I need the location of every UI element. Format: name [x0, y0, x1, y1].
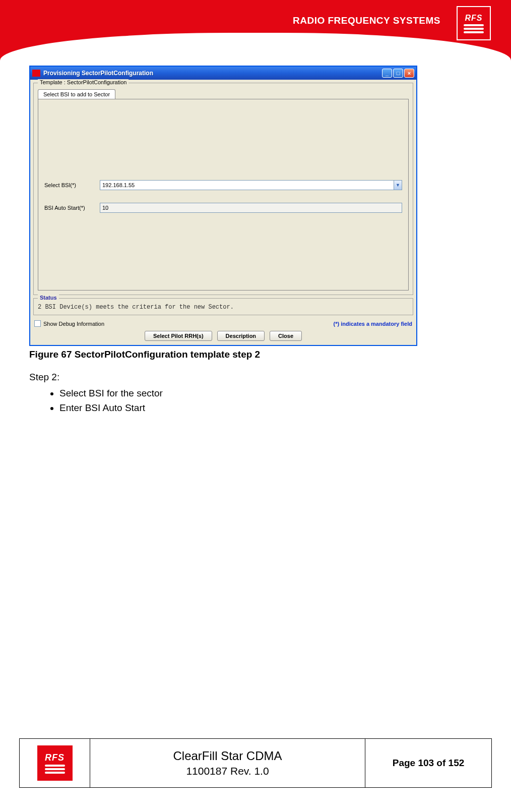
close-dialog-button[interactable]: Close	[270, 331, 302, 341]
rfs-logo: RFS	[457, 6, 491, 40]
app-icon	[32, 70, 40, 77]
mandatory-note: (*) indicates a mandatory field	[334, 321, 412, 327]
label-select-bsi: Select BSI(*)	[44, 182, 100, 188]
logo-wave-icon	[464, 31, 484, 33]
status-text: 2 BSI Device(s) meets the criteria for t…	[38, 304, 409, 311]
footer-page-number: Page 103 of 152	[393, 758, 465, 769]
description-button[interactable]: Description	[217, 331, 265, 341]
row-select-bsi: Select BSI(*) ▼	[44, 180, 402, 190]
logo-wave-icon	[464, 28, 484, 30]
header-brand-text: RADIO FREQUENCY SYSTEMS	[293, 15, 440, 26]
bottom-row: Show Debug Information (*) indicates a m…	[30, 318, 416, 329]
select-pilot-rrh-button[interactable]: Select Pilot RRH(s)	[145, 331, 212, 341]
status-legend: Status	[38, 295, 59, 301]
window-titlebar[interactable]: Provisioning SectorPilotConfiguration _ …	[30, 67, 416, 80]
figure-caption: Figure 67 SectorPilotConfiguration templ…	[29, 349, 482, 360]
show-debug-label: Show Debug Information	[43, 321, 104, 327]
status-fieldset: Status 2 BSI Device(s) meets the criteri…	[33, 298, 413, 315]
footer-center-cell: ClearFill Star CDMA 1100187 Rev. 1.0	[90, 739, 365, 787]
step-heading: Step 2:	[29, 370, 482, 384]
footer-subtitle: 1100187 Rev. 1.0	[186, 765, 269, 777]
show-debug-checkbox[interactable]: Show Debug Information	[34, 320, 104, 327]
maximize-button[interactable]: □	[393, 69, 403, 78]
footer-logo-cell: RFS	[20, 739, 90, 787]
template-legend: Template : SectorPilotConfiguration	[38, 79, 129, 85]
label-bsi-auto-start: BSI Auto Start(*)	[44, 205, 100, 211]
footer-title: ClearFill Star CDMA	[173, 749, 282, 763]
provisioning-window: Provisioning SectorPilotConfiguration _ …	[29, 66, 417, 346]
bullet-item: Select BSI for the sector	[59, 386, 482, 400]
tab-select-bsi[interactable]: Select BSI to add to Sector	[38, 89, 115, 99]
page-footer: RFS ClearFill Star CDMA 1100187 Rev. 1.0…	[19, 738, 492, 788]
window-title: Provisioning SectorPilotConfiguration	[43, 70, 382, 77]
form-panel: Select BSI(*) ▼ BSI Auto Start(*)	[38, 99, 409, 291]
minimize-button[interactable]: _	[382, 69, 392, 78]
template-fieldset: Template : SectorPilotConfiguration Sele…	[33, 83, 413, 295]
button-row: Select Pilot RRH(s) Description Close	[30, 329, 416, 345]
logo-wave-icon	[45, 772, 65, 774]
logo-wave-icon	[464, 24, 484, 26]
rfs-logo-text: RFS	[465, 14, 483, 23]
footer-page-cell: Page 103 of 152	[365, 739, 491, 787]
select-bsi-input[interactable]	[100, 180, 394, 190]
body-text: Step 2: Select BSI for the sector Enter …	[29, 370, 482, 415]
rfs-logo-text-footer: RFS	[45, 752, 65, 763]
close-button[interactable]: ×	[404, 69, 414, 78]
row-bsi-auto-start: BSI Auto Start(*)	[44, 203, 402, 213]
step-bullets: Select BSI for the sector Enter BSI Auto…	[59, 386, 482, 415]
logo-wave-icon	[45, 768, 65, 770]
bsi-auto-start-input[interactable]	[100, 203, 402, 213]
rfs-logo-footer: RFS	[37, 745, 73, 781]
checkbox-box-icon[interactable]	[34, 320, 41, 327]
chevron-down-icon[interactable]: ▼	[394, 180, 402, 190]
bullet-item: Enter BSI Auto Start	[59, 401, 482, 415]
page-content: Provisioning SectorPilotConfiguration _ …	[29, 66, 482, 416]
logo-wave-icon	[45, 765, 65, 767]
tab-strip: Select BSI to add to Sector	[38, 89, 409, 99]
select-bsi-combo[interactable]: ▼	[100, 180, 402, 190]
